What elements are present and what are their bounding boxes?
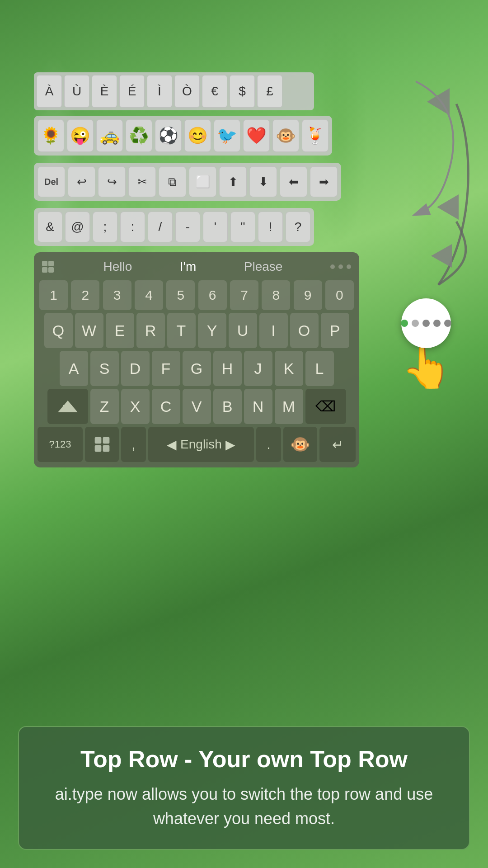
key-4[interactable]: 4 bbox=[135, 280, 163, 310]
emoji-taxi[interactable]: 🚕 bbox=[96, 119, 123, 152]
key-question[interactable]: ? bbox=[286, 212, 310, 242]
language-key[interactable]: ◀ English ▶ bbox=[148, 427, 254, 462]
comma-key[interactable]: , bbox=[121, 427, 146, 462]
key-G[interactable]: G bbox=[183, 351, 211, 386]
key-5[interactable]: 5 bbox=[166, 280, 195, 310]
arrow-right-3 bbox=[431, 244, 452, 268]
key-M[interactable]: M bbox=[275, 389, 303, 424]
qwerty-row: Q W E R T Y U I O P bbox=[38, 313, 356, 348]
arrow-right-1 bbox=[427, 88, 450, 115]
move-up-key[interactable]: ⬆ bbox=[219, 166, 247, 197]
key-V[interactable]: V bbox=[183, 389, 211, 424]
copy-key[interactable]: ⧉ bbox=[159, 166, 186, 197]
key-D[interactable]: D bbox=[121, 351, 150, 386]
key-E-acute[interactable]: É bbox=[119, 75, 145, 108]
edit-row: Del ↩ ↪ ✂ ⧉ ⬜ ⬆ ⬇ ⬅ ➡ bbox=[34, 163, 341, 201]
key-N[interactable]: N bbox=[244, 389, 272, 424]
backspace-key[interactable]: ⌫ bbox=[305, 389, 346, 424]
keyboard-grid-icon[interactable] bbox=[42, 261, 56, 273]
shift-key[interactable] bbox=[47, 389, 88, 424]
key-Y[interactable]: Y bbox=[198, 313, 226, 348]
key-E[interactable]: E bbox=[106, 313, 134, 348]
undo-key[interactable]: ↩ bbox=[68, 166, 95, 197]
key-9[interactable]: 9 bbox=[294, 280, 322, 310]
key-O-grave[interactable]: Ò bbox=[174, 75, 200, 108]
key-I[interactable]: I bbox=[259, 313, 288, 348]
cut-key[interactable]: ✂ bbox=[128, 166, 156, 197]
move-right-key[interactable]: ➡ bbox=[310, 166, 338, 197]
key-W[interactable]: W bbox=[75, 313, 103, 348]
main-keyboard: Hello I'm Please 1 2 3 4 5 6 7 8 9 0 Q W bbox=[34, 252, 359, 467]
zxcv-row: Z X C V B N M ⌫ bbox=[38, 389, 356, 424]
move-down-key[interactable]: ⬇ bbox=[249, 166, 277, 197]
suggestion-im[interactable]: I'm bbox=[180, 259, 196, 274]
emoji-recycle[interactable]: ♻️ bbox=[126, 119, 152, 152]
key-3[interactable]: 3 bbox=[103, 280, 131, 310]
key-A[interactable]: A bbox=[60, 351, 88, 386]
move-left-key[interactable]: ⬅ bbox=[280, 166, 307, 197]
key-7[interactable]: 7 bbox=[230, 280, 258, 310]
key-A-grave[interactable]: À bbox=[37, 75, 62, 108]
key-dash[interactable]: - bbox=[175, 212, 200, 242]
num-switch-key[interactable]: ?123 bbox=[38, 427, 83, 462]
key-colon[interactable]: : bbox=[120, 212, 145, 242]
key-H[interactable]: H bbox=[213, 351, 242, 386]
emoji-sunflower[interactable]: 🌻 bbox=[38, 119, 64, 152]
suggestion-please[interactable]: Please bbox=[244, 259, 283, 274]
svg-rect-4 bbox=[48, 267, 54, 273]
info-box: Top Row - Your own Top Row ai.type now a… bbox=[18, 726, 470, 850]
key-I-grave[interactable]: Ì bbox=[147, 75, 172, 108]
key-O[interactable]: O bbox=[290, 313, 319, 348]
emoji-cocktail[interactable]: 🍹 bbox=[302, 119, 328, 152]
layout-switch-key[interactable] bbox=[85, 427, 119, 462]
emoji-heart[interactable]: ❤️ bbox=[243, 119, 270, 152]
paste-key[interactable]: ⬜ bbox=[189, 166, 216, 197]
key-K[interactable]: K bbox=[275, 351, 303, 386]
period-key[interactable]: . bbox=[256, 427, 281, 462]
svg-rect-8 bbox=[103, 445, 109, 452]
key-Q[interactable]: Q bbox=[44, 313, 73, 348]
key-E-grave[interactable]: È bbox=[92, 75, 117, 108]
lang-arrow-right: ▶ bbox=[225, 437, 235, 452]
key-P[interactable]: P bbox=[321, 313, 349, 348]
key-at[interactable]: @ bbox=[65, 212, 90, 242]
key-quote[interactable]: " bbox=[230, 212, 255, 242]
redo-key[interactable]: ↪ bbox=[98, 166, 126, 197]
del-key[interactable]: Del bbox=[38, 166, 65, 197]
key-L[interactable]: L bbox=[305, 351, 334, 386]
emoji-switch-key[interactable]: 🐵 bbox=[283, 427, 317, 462]
key-U[interactable]: U bbox=[229, 313, 257, 348]
key-8[interactable]: 8 bbox=[262, 280, 290, 310]
key-semicolon[interactable]: ; bbox=[93, 212, 117, 242]
key-S[interactable]: S bbox=[90, 351, 119, 386]
key-apostrophe[interactable]: ' bbox=[203, 212, 228, 242]
emoji-smile[interactable]: 😊 bbox=[184, 119, 211, 152]
key-F[interactable]: F bbox=[152, 351, 180, 386]
emoji-tongue[interactable]: 😜 bbox=[67, 119, 94, 152]
key-exclaim[interactable]: ! bbox=[258, 212, 283, 242]
key-0[interactable]: 0 bbox=[325, 280, 354, 310]
key-dollar[interactable]: $ bbox=[230, 75, 255, 108]
emoji-bird[interactable]: 🐦 bbox=[214, 119, 240, 152]
key-J[interactable]: J bbox=[244, 351, 272, 386]
suggestion-hello[interactable]: Hello bbox=[103, 259, 132, 274]
key-T[interactable]: T bbox=[167, 313, 196, 348]
key-slash[interactable]: / bbox=[148, 212, 173, 242]
key-euro[interactable]: € bbox=[202, 75, 227, 108]
key-1[interactable]: 1 bbox=[39, 280, 68, 310]
key-X[interactable]: X bbox=[121, 389, 150, 424]
emoji-monkey[interactable]: 🐵 bbox=[272, 119, 299, 152]
key-B[interactable]: B bbox=[213, 389, 242, 424]
key-pound[interactable]: £ bbox=[257, 75, 282, 108]
key-R[interactable]: R bbox=[136, 313, 165, 348]
key-Z[interactable]: Z bbox=[90, 389, 119, 424]
key-2[interactable]: 2 bbox=[71, 280, 99, 310]
key-U-grave[interactable]: Ù bbox=[64, 75, 89, 108]
emoji-soccer[interactable]: ⚽ bbox=[155, 119, 182, 152]
number-row: 1 2 3 4 5 6 7 8 9 0 bbox=[38, 280, 356, 310]
key-ampersand[interactable]: & bbox=[38, 212, 62, 242]
key-6[interactable]: 6 bbox=[198, 280, 227, 310]
key-C[interactable]: C bbox=[152, 389, 180, 424]
suggestions-row: Hello I'm Please bbox=[38, 257, 356, 280]
enter-key[interactable]: ↵ bbox=[319, 427, 356, 462]
